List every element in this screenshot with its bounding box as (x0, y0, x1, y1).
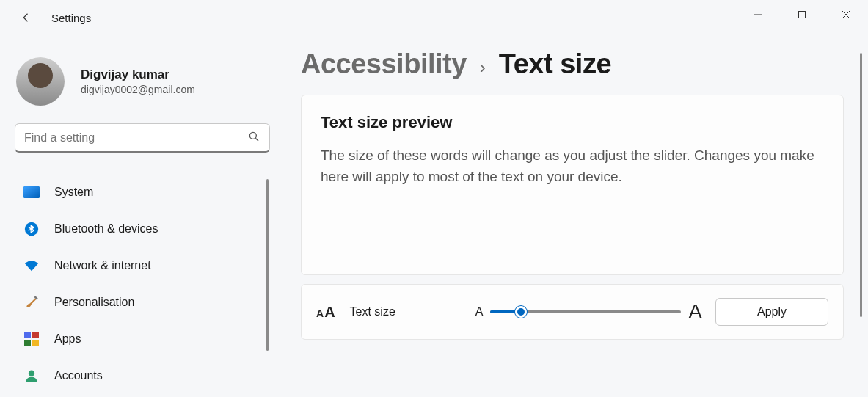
minimize-button[interactable] (736, 0, 780, 29)
sidebar-item-personalisation[interactable]: Personalisation (15, 286, 270, 318)
back-button[interactable] (19, 10, 34, 25)
sidebar-item-accounts[interactable]: Accounts (15, 360, 270, 392)
window-title: Settings (51, 12, 91, 24)
sidebar-item-apps[interactable]: Apps (15, 323, 270, 355)
user-text: Digvijay kumar digvijay0002@gmail.com (81, 68, 195, 95)
avatar (16, 57, 65, 106)
breadcrumb: Accessibility › Text size (301, 48, 845, 80)
slider-min-glyph: A (475, 305, 484, 318)
display-icon (23, 184, 40, 200)
sidebar-item-label: Network & internet (54, 259, 151, 272)
content-scrollbar[interactable] (860, 53, 862, 317)
sidebar-item-system[interactable]: System (15, 176, 270, 208)
paintbrush-icon (23, 294, 40, 310)
apps-icon (23, 331, 40, 347)
svg-point-4 (249, 132, 256, 139)
settings-window: Settings Digvijay kumar digvijay0002@gma… (0, 0, 868, 397)
sidebar: Digvijay kumar digvijay0002@gmail.com Sy… (0, 44, 288, 397)
sidebar-item-label: Bluetooth & devices (54, 222, 158, 236)
sidebar-item-label: Accounts (54, 369, 103, 382)
caption-buttons (736, 0, 868, 29)
user-name: Digvijay kumar (81, 68, 195, 82)
sidebar-item-label: Apps (54, 332, 81, 346)
nav-list: System Bluetooth & devices Network & int… (15, 176, 288, 392)
chevron-right-icon: › (480, 57, 486, 78)
text-size-preview-card: Text size preview The size of these word… (301, 95, 844, 275)
apply-button[interactable]: Apply (715, 298, 828, 326)
svg-rect-7 (23, 186, 40, 198)
maximize-button[interactable] (780, 0, 824, 29)
text-size-slider-card: AA Text size A A Apply (301, 284, 844, 340)
person-icon (23, 368, 40, 384)
close-button[interactable] (824, 0, 868, 29)
text-size-slider[interactable] (490, 305, 681, 319)
breadcrumb-parent[interactable]: Accessibility (301, 48, 467, 80)
preview-body: The size of these words will change as y… (321, 145, 824, 187)
text-size-icon: AA (316, 304, 335, 321)
sidebar-scrollbar[interactable] (266, 179, 269, 351)
titlebar: Settings (0, 0, 868, 35)
svg-rect-1 (799, 12, 806, 18)
breadcrumb-current: Text size (499, 48, 611, 80)
wifi-icon (23, 258, 40, 274)
svg-rect-11 (32, 332, 39, 338)
preview-title: Text size preview (321, 113, 824, 132)
slider-group: A A Apply (475, 298, 828, 326)
svg-rect-13 (32, 340, 39, 346)
sidebar-item-bluetooth[interactable]: Bluetooth & devices (15, 213, 270, 245)
slider-thumb[interactable] (515, 306, 527, 318)
slider-label: Text size (350, 305, 395, 318)
sidebar-item-label: System (54, 186, 93, 199)
svg-point-14 (29, 371, 34, 376)
search-icon (247, 130, 260, 146)
svg-line-5 (255, 138, 258, 141)
user-email: digvijay0002@gmail.com (81, 84, 195, 95)
search-input[interactable] (24, 131, 247, 145)
svg-rect-10 (24, 332, 31, 338)
svg-rect-12 (24, 340, 31, 346)
slider-max-glyph: A (688, 300, 702, 324)
user-block[interactable]: Digvijay kumar digvijay0002@gmail.com (15, 57, 288, 106)
apply-button-label: Apply (757, 305, 787, 318)
bluetooth-icon (23, 221, 40, 237)
sidebar-item-network[interactable]: Network & internet (15, 250, 270, 282)
content-area: Accessibility › Text size Text size prev… (301, 48, 845, 397)
search-box[interactable] (15, 123, 270, 153)
sidebar-item-label: Personalisation (54, 296, 134, 309)
